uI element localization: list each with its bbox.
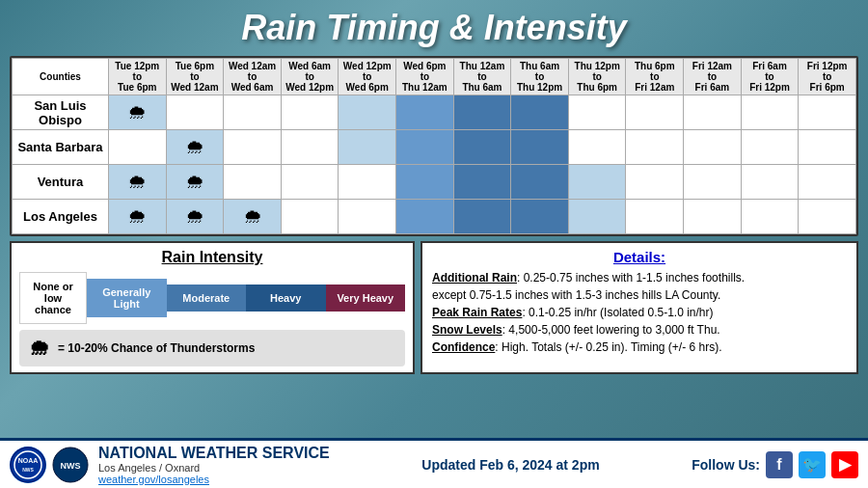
table-row: [453, 95, 511, 130]
legend-very-heavy: Very Heavy: [326, 285, 406, 312]
col-7: Thu 12amtoThu 6am: [453, 59, 511, 95]
nws-title: NATIONAL WEATHER SERVICE: [98, 445, 330, 462]
twitter-icon[interactable]: 🐦: [799, 451, 826, 478]
table-row: [684, 130, 742, 165]
col-11: Fri 12amtoFri 6am: [684, 59, 742, 95]
detail-text-1: : 0.25-0.75 inches with 1-1.5 inches foo…: [517, 271, 745, 285]
table-row: [511, 200, 569, 234]
county-label: Los Angeles: [13, 200, 109, 234]
table-row: [626, 130, 684, 165]
table-row: [453, 200, 511, 234]
details-title: Details:: [432, 249, 847, 265]
nws-url[interactable]: weather.gov/losangeles: [98, 474, 330, 485]
thunder-icon: 🌧: [29, 336, 50, 361]
nws-location: Los Angeles / Oxnard: [98, 462, 330, 474]
table-row: [339, 200, 396, 234]
col-12: Fri 6amtoFri 12pm: [741, 59, 799, 95]
table-row: [339, 165, 396, 200]
col-4: Wed 6amtoWed 12pm: [281, 59, 339, 95]
table-row: [799, 200, 856, 234]
noaa-logo: NOAA NWS: [10, 447, 46, 483]
table-row: [568, 200, 626, 234]
table-row: [684, 200, 742, 234]
col-2: Tue 6pmtoWed 12am: [166, 59, 224, 95]
table-row: [396, 165, 454, 200]
table-row: [281, 200, 339, 234]
detail-label-2: Peak Rain Rates: [432, 306, 522, 319]
follow-text: Follow Us:: [692, 457, 760, 473]
bottom-section: Rain Intensity None orlow chance General…: [10, 241, 858, 374]
detail-text-1b: except 0.75-1.5 inches with 1.5-3 inches…: [432, 288, 720, 302]
col-9: Thu 12pmtoThu 6pm: [568, 59, 626, 95]
detail-text-4: : High. Totals (+/- 0.25 in). Timing (+/…: [495, 340, 721, 354]
table-row: 🌧: [166, 200, 224, 234]
table-row: [511, 165, 569, 200]
svg-text:NWS: NWS: [61, 461, 81, 471]
table-row: [109, 130, 167, 165]
page-title: Rain Timing & Intensity: [10, 8, 858, 48]
table-row: [396, 200, 454, 234]
detail-text-3: : 4,500-5,000 feet lowering to 3,000 ft …: [502, 323, 720, 337]
county-label: Ventura: [13, 165, 109, 200]
table-row: [626, 200, 684, 234]
table-row: [626, 95, 684, 130]
counties-header: Counties: [13, 59, 109, 95]
footer-logos: NOAA NWS NWS NATIONAL WEATHER SERVICE Lo…: [10, 445, 330, 485]
county-label: Santa Barbara: [13, 130, 109, 165]
table-row: [339, 95, 396, 130]
table-row: [799, 165, 856, 200]
table-row: 🌧: [166, 165, 224, 200]
svg-point-0: [11, 447, 45, 482]
detail-label-3: Snow Levels: [432, 323, 502, 337]
table-row: [281, 130, 339, 165]
table-row: [453, 130, 511, 165]
table-row: [281, 95, 339, 130]
table-row: [166, 95, 224, 130]
table-row: [799, 130, 856, 165]
details-text: Additional Rain: 0.25-0.75 inches with 1…: [432, 269, 847, 356]
table-row: [224, 95, 282, 130]
table-row: [741, 95, 799, 130]
detail-label-1: Additional Rain: [432, 271, 517, 285]
col-6: Wed 6pmtoThu 12am: [396, 59, 454, 95]
table-row: [224, 130, 282, 165]
table-row: 🌧: [109, 95, 167, 130]
table-row: [568, 95, 626, 130]
table-row: [453, 165, 511, 200]
thunder-note: 🌧 = 10-20% Chance of Thunderstorms: [19, 330, 405, 366]
col-5: Wed 12pmtoWed 6pm: [339, 59, 396, 95]
intensity-title: Rain Intensity: [19, 249, 405, 266]
table-row: [224, 165, 282, 200]
county-label: San Luis Obispo: [13, 95, 109, 130]
table-row: [626, 165, 684, 200]
intensity-legend: None orlow chance GenerallyLight Moderat…: [19, 272, 405, 324]
detail-label-4: Confidence: [432, 340, 495, 354]
legend-heavy: Heavy: [246, 285, 326, 312]
table-row: [511, 130, 569, 165]
col-10: Thu 6pmtoFri 12am: [626, 59, 684, 95]
legend-moderate: Moderate: [167, 285, 247, 312]
youtube-icon[interactable]: ▶: [831, 451, 858, 478]
table-row: [511, 95, 569, 130]
table-row: [568, 130, 626, 165]
table-row: [741, 130, 799, 165]
table-row: [741, 165, 799, 200]
svg-text:NWS: NWS: [22, 467, 34, 473]
table-row: [396, 130, 454, 165]
footer-updated: Updated Feb 6, 2024 at 2pm: [330, 457, 692, 473]
col-1: Tue 12pmtoTue 6pm: [109, 59, 167, 95]
footer-nws-text: NATIONAL WEATHER SERVICE Los Angeles / O…: [98, 445, 330, 485]
table-row: 🌧: [224, 200, 282, 234]
details-box: Details: Additional Rain: 0.25-0.75 inch…: [420, 241, 858, 374]
timing-table-container: Counties Tue 12pmtoTue 6pm Tue 6pmtoWed …: [10, 56, 858, 236]
svg-text:NOAA: NOAA: [18, 457, 39, 464]
table-row: [684, 95, 742, 130]
legend-none: None orlow chance: [19, 272, 87, 324]
facebook-icon[interactable]: f: [766, 451, 793, 478]
timing-table: Counties Tue 12pmtoTue 6pm Tue 6pmtoWed …: [12, 58, 856, 234]
table-row: [741, 200, 799, 234]
table-row: [684, 165, 742, 200]
nws-logo: NWS: [52, 447, 89, 483]
table-row: [799, 95, 856, 130]
footer: NOAA NWS NWS NATIONAL WEATHER SERVICE Lo…: [0, 438, 868, 488]
